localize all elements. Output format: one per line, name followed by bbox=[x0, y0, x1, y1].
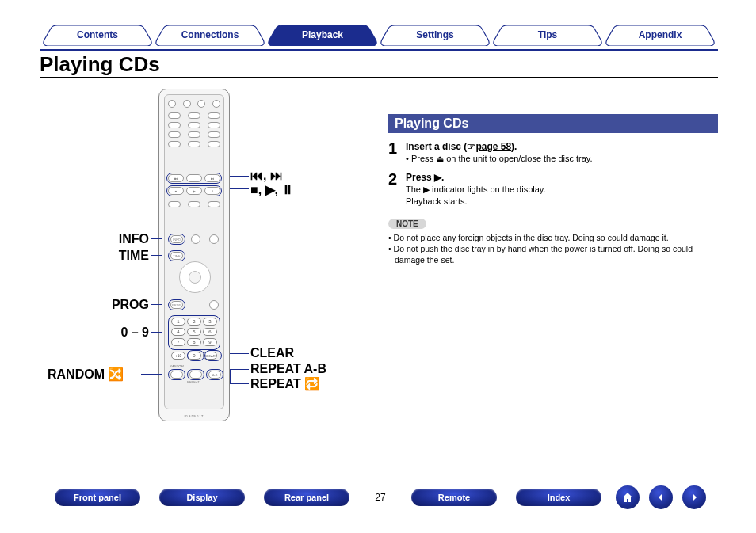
label-transport: ■, ▶, ⏸ bbox=[250, 182, 294, 197]
page-title: Playing CDs bbox=[40, 52, 160, 77]
label-clear: CLEAR bbox=[250, 346, 294, 360]
top-tabs: Contents Connections Playback Settings T… bbox=[41, 25, 716, 46]
title-rule bbox=[40, 77, 718, 78]
highlight-zero bbox=[187, 350, 204, 361]
header-rule-thick bbox=[40, 49, 718, 51]
tab-settings[interactable]: Settings bbox=[379, 25, 491, 46]
step-2: 2 Press ▶. The ▶ indicator lights on the… bbox=[388, 172, 718, 206]
home-button[interactable] bbox=[616, 485, 640, 509]
tab-tips[interactable]: Tips bbox=[491, 25, 604, 46]
step-1: 1 Insert a disc (☞page 58). • Press ⏏ on… bbox=[388, 141, 718, 164]
next-page-button[interactable] bbox=[682, 485, 706, 509]
page-number: 27 bbox=[359, 492, 402, 503]
tab-playback[interactable]: Playback bbox=[266, 25, 379, 46]
steps-block: 1 Insert a disc (☞page 58). • Press ⏏ on… bbox=[388, 141, 718, 266]
tab-connections[interactable]: Connections bbox=[154, 25, 266, 46]
footer-index-button[interactable]: Index bbox=[516, 489, 601, 506]
footer: Front panel Display Rear panel 27 Remote… bbox=[0, 484, 756, 511]
footer-frontpanel-button[interactable]: Front panel bbox=[55, 489, 140, 506]
label-digits: 0 – 9 bbox=[101, 326, 149, 340]
highlight-clear bbox=[204, 350, 222, 361]
shuffle-icon: 🔀 bbox=[108, 367, 124, 381]
label-skip: ⏮, ⏭ bbox=[250, 169, 283, 183]
prev-page-button[interactable] bbox=[649, 485, 673, 509]
note-badge: NOTE bbox=[388, 219, 426, 229]
label-repeat-ab: REPEAT A-B bbox=[250, 362, 326, 376]
footer-remote-button[interactable]: Remote bbox=[411, 489, 497, 506]
tab-contents[interactable]: Contents bbox=[41, 25, 154, 46]
repeat-icon: 🔁 bbox=[304, 377, 320, 390]
label-time: TIME bbox=[101, 249, 149, 263]
xref-page58[interactable]: page 58 bbox=[475, 141, 511, 152]
remote-illustration: ⏮ ⏭ ■ ▶ ⏸ INFO TIME PROG bbox=[158, 89, 230, 421]
note-list: Do not place any foreign objects in the … bbox=[388, 232, 718, 266]
section-header: Playing CDs bbox=[388, 114, 718, 133]
tab-appendix[interactable]: Appendix bbox=[604, 25, 716, 46]
footer-rearpanel-button[interactable]: Rear panel bbox=[264, 489, 349, 506]
footer-display-button[interactable]: Display bbox=[159, 489, 245, 506]
label-random: RANDOM 🔀 bbox=[48, 367, 124, 382]
label-prog: PROG bbox=[101, 298, 149, 312]
label-info: INFO bbox=[101, 232, 149, 246]
label-repeat: REPEAT 🔁 bbox=[250, 376, 320, 391]
